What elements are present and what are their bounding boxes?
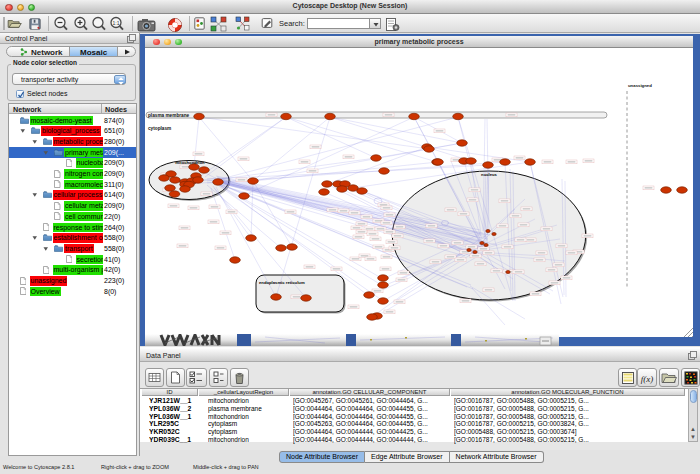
svg-text:f(x): f(x) <box>641 373 654 383</box>
svg-text:endoplasmic reticulum: endoplasmic reticulum <box>259 280 305 285</box>
svg-text:cytoplasm: cytoplasm <box>148 126 171 131</box>
svg-text:mitochondrion: mitochondrion <box>175 160 205 165</box>
svg-text:unassigned: unassigned <box>628 83 652 88</box>
svg-text:1:1: 1:1 <box>112 20 119 26</box>
svg-text:plasma membrane: plasma membrane <box>148 113 190 118</box>
svg-text:nucleus: nucleus <box>481 172 497 177</box>
